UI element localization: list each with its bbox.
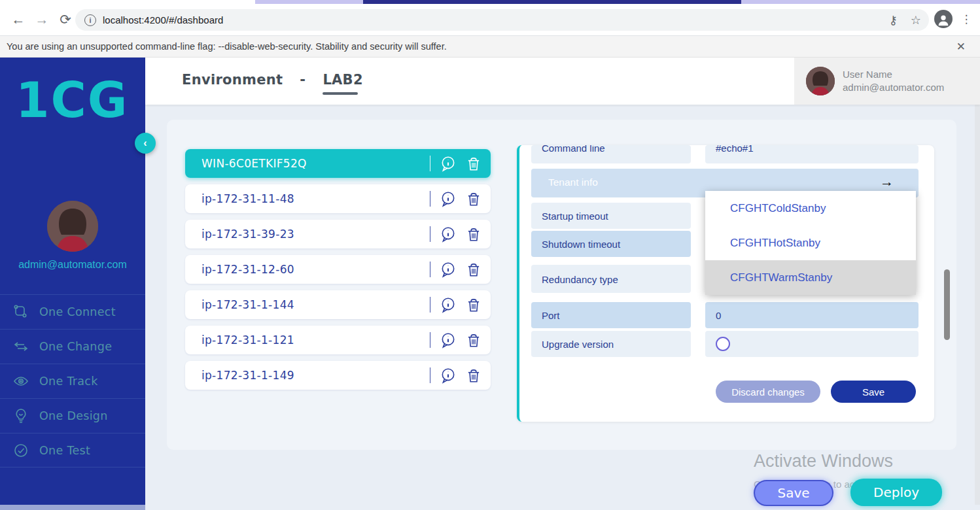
server-name: ip-172-31-12-60 [201,263,430,276]
url-text[interactable]: localhost:4200/#/dashboard [103,14,223,26]
field-label: Shutdown timeout [542,239,620,250]
shutdown-timeout-label: Shutdown timeout [531,231,691,257]
divider [430,156,431,171]
user-avatar [806,67,835,95]
server-name: ip-172-31-1-144 [201,298,430,311]
server-name: ip-172-31-39-23 [201,228,430,241]
reload-button[interactable]: ⟳ [56,10,75,29]
dropdown-option[interactable]: CFGHTHotStanby [705,226,916,260]
dropdown-option-highlighted[interactable]: CFGHTWarmStanby [705,260,916,295]
expand-arrow-icon[interactable]: → [880,174,894,190]
command-line-label-cell: Command line [531,145,691,163]
info-icon[interactable] [440,296,457,313]
info-icon[interactable] [440,367,457,384]
panel-scrollbar-thumb[interactable] [944,269,950,340]
sidebar-item-label: One Change [39,340,112,353]
connect-icon [13,304,29,320]
sidebar-item-one-track[interactable]: One Track [0,364,145,398]
dropdown-option[interactable]: CFGHTColdStanby [705,191,916,226]
warning-text: You are using an unsupported command-lin… [7,41,447,52]
upgrade-version-field [705,331,919,357]
browser-menu-icon[interactable]: ⋮ [960,10,972,29]
trash-icon[interactable] [465,367,482,384]
sidebar-collapse-button[interactable]: ‹ [135,133,156,154]
password-key-icon[interactable]: ⚷ [889,13,898,27]
command-line-value-cell[interactable]: #echo#1 [705,145,919,163]
divider [430,367,431,383]
port-label: Port [531,302,691,328]
divider [430,191,431,207]
trash-icon[interactable] [465,296,482,313]
server-name: WIN-6C0ETKIF52Q [201,157,430,170]
environment-tab[interactable]: LAB2 [323,72,362,95]
footer-deploy-button[interactable]: Deploy [850,479,942,506]
sidebar-item-one-test[interactable]: One Test [0,433,145,468]
server-list-item[interactable]: ip-172-31-1-121 [185,326,491,354]
sidebar-avatar [47,201,98,252]
user-email: admin@automator.com [843,81,944,94]
field-value: 0 [716,310,721,321]
forward-button[interactable]: → [33,10,51,29]
discard-changes-button[interactable]: Discard changes [716,381,820,403]
redundancy-type-label: Redundancy type [531,265,691,293]
sidebar-item-one-change[interactable]: One Change [0,329,145,364]
trash-icon[interactable] [465,190,482,207]
sidebar-bottom-scrollbar[interactable] [0,505,145,510]
info-icon[interactable] [440,155,457,172]
server-name: ip-172-31-11-48 [201,192,430,205]
tenant-info-label: Tenant info [548,177,598,188]
info-icon[interactable] [440,332,457,348]
breadcrumb-separator: - [300,72,306,88]
back-button[interactable]: ← [9,10,27,29]
server-list-item[interactable]: ip-172-31-12-60 [185,255,491,284]
server-list-item[interactable]: WIN-6C0ETKIF52Q [185,149,491,178]
field-label: Startup timeout [542,211,608,222]
server-name: ip-172-31-1-149 [201,369,430,382]
server-name: ip-172-31-1-121 [201,333,430,347]
sidebar-item-one-connect[interactable]: One Connect [0,294,145,329]
port-value-field[interactable]: 0 [705,302,919,328]
trash-icon[interactable] [465,155,482,172]
server-list-item[interactable]: ip-172-31-1-144 [185,290,491,319]
sidebar-user-email: admin@automator.com [0,259,145,271]
activate-windows-watermark: Activate Windows [754,451,893,471]
browser-toolbar: ← → ⟳ i localhost:4200/#/dashboard ⚷ ☆ ⋮ [0,4,980,35]
page-scrollbar-track[interactable] [975,105,980,505]
site-info-icon[interactable]: i [84,14,96,26]
trash-icon[interactable] [465,332,482,348]
divider [430,297,431,313]
sidebar-item-label: One Connect [39,305,116,318]
section-title: Environment [182,72,283,88]
trash-icon[interactable] [465,226,482,243]
card-save-button[interactable]: Save [831,381,916,403]
server-list-item[interactable]: ip-172-31-11-48 [185,184,491,213]
screen: ← → ⟳ i localhost:4200/#/dashboard ⚷ ☆ ⋮… [0,0,980,510]
info-icon[interactable] [440,226,457,243]
user-menu[interactable]: User Name admin@automator.com [794,58,980,105]
lightbulb-icon [13,408,29,424]
divider [430,332,431,348]
upgrade-version-radio[interactable] [716,337,730,351]
brand-logo: 1CG [16,72,129,128]
sidebar-item-label: One Test [39,444,90,457]
redundancy-type-dropdown: CFGHTColdStanby CFGHTHotStanby CFGHTWarm… [705,191,916,294]
field-label: Port [542,310,560,321]
trash-icon[interactable] [465,261,482,278]
footer-save-button[interactable]: Save [754,480,833,506]
upgrade-version-label: Upgrade version [531,331,691,357]
address-bar[interactable]: i localhost:4200/#/dashboard ⚷ ☆ [75,9,929,31]
field-label: Upgrade version [542,339,614,350]
browser-profile-icon[interactable] [934,10,953,28]
server-list-item[interactable]: ip-172-31-39-23 [185,220,491,248]
warning-close-icon[interactable]: ✕ [956,40,966,54]
divider [430,262,431,277]
server-list-item[interactable]: ip-172-31-1-149 [185,361,491,390]
sidebar: 1CG admin@automator.com One Connect One … [0,58,145,505]
sidebar-item-label: One Design [39,409,108,422]
sidebar-item-label: One Track [39,375,98,388]
breadcrumb: Environment-LAB2 [182,72,363,95]
bookmark-star-icon[interactable]: ☆ [911,13,921,27]
info-icon[interactable] [440,261,457,278]
sidebar-item-one-design[interactable]: One Design [0,398,145,433]
info-icon[interactable] [440,190,457,207]
